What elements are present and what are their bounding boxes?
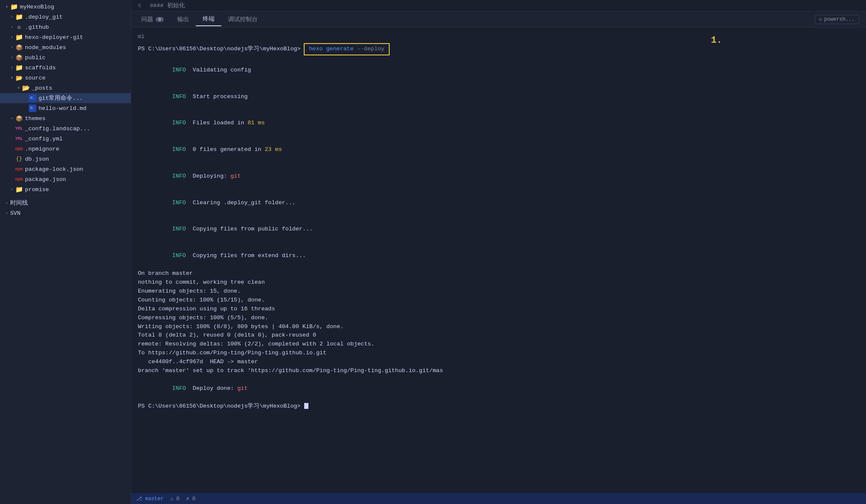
chevron-down-icon: ▾	[8, 74, 15, 81]
status-branch: ⎇ master	[136, 496, 163, 502]
sidebar-item-svn[interactable]: › SVN	[0, 208, 131, 218]
tab-problems[interactable]: 问题 9	[135, 13, 170, 26]
sidebar-item-label: git常用命令...	[38, 94, 127, 102]
sidebar-item-label: _config.landscap...	[25, 126, 127, 132]
terminal-line: INFO Deploying: git	[138, 163, 859, 190]
terminal-line: On branch master	[138, 269, 859, 278]
chevron-right-icon: ›	[8, 64, 15, 71]
tab-badge: 9	[156, 17, 164, 22]
terminal-prompt: PS C:\Users\86156\Desktop\nodejs学习\myHex…	[138, 45, 300, 54]
sidebar-section-label: SVN	[10, 210, 127, 216]
chevron-right-icon: ›	[8, 14, 15, 20]
sidebar-item-label: db.json	[25, 156, 127, 162]
spacer	[8, 176, 15, 183]
sidebar-item-hexo-deployer-git[interactable]: › 📁 hexo-deployer-git	[0, 32, 131, 42]
chevron-right-icon: ›	[3, 210, 10, 216]
status-errors: ✗ 0	[186, 496, 195, 502]
sidebar-item-scaffolds[interactable]: › 📁 scaffolds	[0, 63, 131, 73]
sidebar-item-public[interactable]: › 📦 public	[0, 52, 131, 63]
sidebar-item-label: themes	[25, 115, 127, 122]
command-flag: --deploy	[357, 46, 385, 52]
npm-icon: npm	[15, 175, 23, 183]
sidebar-item-label: source	[25, 75, 127, 81]
folder-icon: 📁	[10, 3, 18, 11]
status-warnings: ⚠ 0	[170, 496, 179, 502]
tab-debug-console[interactable]: 调试控制台	[221, 13, 264, 26]
tab-label: 问题	[141, 16, 153, 23]
sidebar-item-npmignore[interactable]: npm .npmignore	[0, 144, 131, 154]
status-bar: ⎇ master ⚠ 0 ✗ 0	[131, 493, 866, 504]
line-number: 6	[138, 3, 141, 9]
sidebar-item-posts[interactable]: ▾ 📂 _posts	[0, 83, 131, 93]
tab-bar: 问题 9 输出 终端 调试控制台 ▷ powersh...	[131, 11, 866, 27]
spacer	[8, 125, 15, 132]
sidebar-item-config-yml[interactable]: YML _config.yml	[0, 134, 131, 144]
sidebar-item-node-modules[interactable]: › 📦 node_modules	[0, 42, 131, 52]
yml-icon: YML	[15, 125, 23, 132]
chevron-down-icon: ▾	[3, 3, 10, 10]
terminal-line: To https://github.com/Ping-ting/Ping-tin…	[138, 349, 859, 358]
sidebar-item-config-landscap[interactable]: YML _config.landscap...	[0, 123, 131, 134]
chevron-right-icon: ›	[8, 24, 15, 30]
command-text: hexo generate	[309, 46, 357, 52]
chevron-right-icon: ›	[8, 115, 15, 122]
npm-folder-open-icon: 📂	[15, 74, 23, 82]
terminal-content[interactable]: 1. ml PS C:\Users\86156\Desktop\nodejs学习…	[131, 27, 866, 493]
terminal-line: INFO 0 files generated in 23 ms	[138, 137, 859, 163]
npm-icon: npm	[15, 165, 23, 173]
sidebar-item-git-file[interactable]: M↓ git常用命令...	[0, 93, 131, 103]
spacer	[8, 135, 15, 142]
sidebar-item-label: hexo-deployer-git	[25, 34, 127, 41]
terminal-line: INFO Copying files from extend dirs...	[138, 243, 859, 269]
sidebar-item-source[interactable]: ▾ 📂 source	[0, 73, 131, 83]
spacer	[8, 156, 15, 162]
md-icon: M↓	[29, 94, 36, 102]
sidebar-item-hello-world[interactable]: M↓ hello-world.md	[0, 103, 131, 113]
terminal-line: Counting objects: 100% (15/15), done.	[138, 296, 859, 305]
sidebar-item-promise[interactable]: › 📁 promise	[0, 184, 131, 194]
sidebar-item-package-json[interactable]: npm package.json	[0, 174, 131, 184]
terminal-line: ce4480f..4cf967d HEAD -> master	[138, 358, 859, 367]
sidebar-item-label: node_modules	[25, 44, 127, 51]
sidebar-item-deploy-git[interactable]: › 📁 .deploy_git	[0, 12, 131, 22]
tab-label: 终端	[203, 15, 214, 23]
sidebar-item-timeline[interactable]: › 时间线	[0, 198, 131, 208]
number-annotation: 1.	[711, 33, 722, 48]
sidebar-item-label: hello-world.md	[38, 105, 127, 112]
chevron-right-icon: ›	[8, 186, 15, 193]
sidebar-root-label: myHexoBlog	[20, 4, 127, 10]
sidebar-item-package-lock[interactable]: npm package-lock.json	[0, 164, 131, 174]
powershell-button[interactable]: ▷ powersh...	[815, 15, 859, 24]
npm-folder-icon: 📦	[15, 115, 23, 122]
terminal-line: branch 'master' set up to track 'https:/…	[138, 367, 859, 375]
folder-icon: 📁	[15, 13, 23, 21]
tab-label: 输出	[177, 16, 189, 23]
sidebar-item-github[interactable]: › ⚙ .github	[0, 22, 131, 32]
terminal-lines: INFO Validating config INFO Start proces…	[138, 57, 859, 411]
terminal-line: INFO Clearing .deploy_git folder...	[138, 190, 859, 216]
terminal-line: INFO Files loaded in 81 ms	[138, 110, 859, 137]
terminal-line: Total 8 (delta 2), reused 0 (delta 0), p…	[138, 331, 859, 340]
terminal-line: INFO Validating config	[138, 57, 859, 84]
tab-terminal[interactable]: 终端	[196, 13, 221, 26]
sidebar-item-themes[interactable]: › 📦 themes	[0, 113, 131, 123]
json-icon: {}	[15, 155, 23, 163]
sidebar-root[interactable]: ▾ 📁 myHexoBlog	[0, 2, 131, 12]
chevron-down-icon: ▾	[15, 85, 22, 91]
md-icon: M↓	[29, 104, 36, 112]
terminal-prompt-end: PS C:\Users\86156\Desktop\nodejs学习\myHex…	[138, 402, 859, 411]
terminal-line: nothing to commit, working tree clean	[138, 278, 859, 287]
sidebar-item-label: public	[25, 55, 127, 61]
tab-label: 调试控制台	[228, 16, 258, 23]
command-line: PS C:\Users\86156\Desktop\nodejs学习\myHex…	[138, 43, 859, 55]
sidebar-item-db-json[interactable]: {} db.json	[0, 154, 131, 164]
spacer	[22, 95, 29, 101]
yml-icon: YML	[15, 135, 23, 142]
tab-output[interactable]: 输出	[170, 13, 196, 26]
folder-icon: 📁	[15, 186, 23, 193]
sidebar: ▾ 📁 myHexoBlog › 📁 .deploy_git › ⚙ .gith…	[0, 0, 131, 504]
command-box-wrapper: hexo generate --deploy	[304, 43, 389, 55]
spacer	[8, 166, 15, 173]
folder-icon: 📁	[15, 33, 23, 41]
sidebar-item-label: .github	[25, 24, 127, 30]
